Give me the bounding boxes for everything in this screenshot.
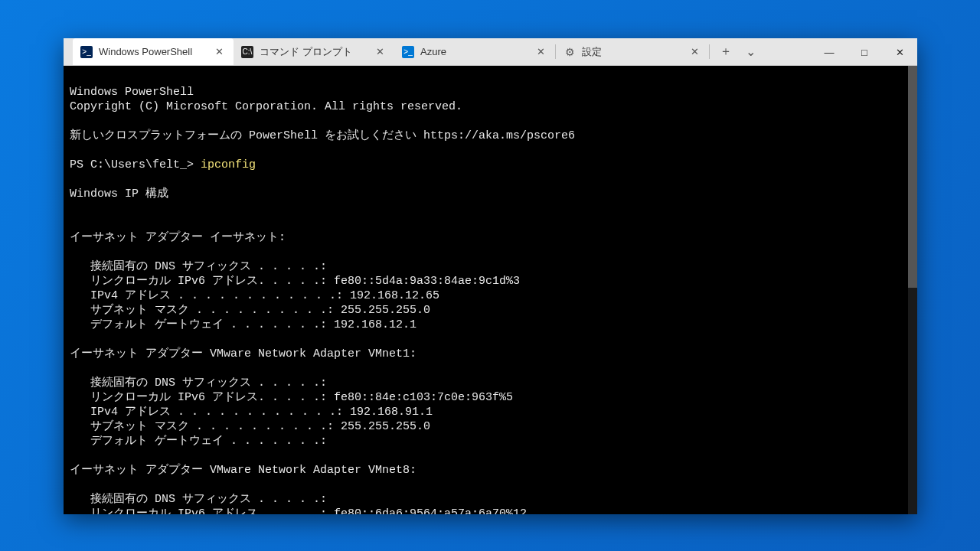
titlebar-drag-region[interactable]: [766, 38, 812, 65]
output-line: イーサネット アダプター VMware Network Adapter VMne…: [70, 347, 416, 360]
gear-icon: ⚙: [564, 46, 576, 58]
cmd-icon: C:\: [241, 46, 253, 58]
tab-actions: ＋ ⌄: [710, 38, 766, 65]
prompt: PS C:\Users\felt_>: [70, 158, 201, 171]
tab-azure[interactable]: >_ Azure ✕: [394, 38, 555, 65]
output-line: Copyright (C) Microsoft Corporation. All…: [70, 100, 462, 113]
tab-label: Windows PowerShell: [99, 46, 206, 57]
maximize-button[interactable]: □: [847, 38, 882, 66]
tab-label: コマンド プロンプト: [260, 45, 367, 59]
tab-powershell[interactable]: >_ Windows PowerShell ✕: [73, 38, 234, 65]
output-line: 接続固有の DNS サフィックス . . . . .:: [70, 377, 327, 390]
output-line: 接続固有の DNS サフィックス . . . . .:: [70, 493, 327, 506]
minimize-button[interactable]: —: [812, 38, 847, 66]
tab-close-button[interactable]: ✕: [212, 45, 226, 59]
tab-label: Azure: [420, 46, 528, 57]
output-line: リンクローカル IPv6 アドレス. . . . .: fe80::6da6:9…: [70, 507, 527, 514]
tab-settings[interactable]: ⚙ 設定 ✕: [556, 38, 709, 65]
output-line: Windows PowerShell: [70, 86, 194, 99]
tab-cmd[interactable]: C:\ コマンド プロンプト ✕: [234, 38, 394, 65]
output-line: デフォルト ゲートウェイ . . . . . . .:: [70, 435, 327, 448]
tab-close-button[interactable]: ✕: [688, 45, 701, 59]
output-line: サブネット マスク . . . . . . . . . .: 255.255.2…: [70, 304, 430, 317]
output-line: Windows IP 構成: [70, 187, 168, 201]
close-button[interactable]: ✕: [882, 38, 917, 66]
tab-strip: >_ Windows PowerShell ✕ C:\ コマンド プロンプト ✕…: [64, 38, 766, 65]
output-line: リンクローカル IPv6 アドレス. . . . .: fe80::5d4a:9…: [70, 275, 520, 288]
new-tab-button[interactable]: ＋: [714, 41, 737, 63]
window-controls: — □ ✕: [812, 38, 917, 65]
output-line: 新しいクロスプラットフォームの PowerShell をお試しください http…: [70, 129, 575, 142]
output-line: イーサネット アダプター VMware Network Adapter VMne…: [70, 464, 416, 477]
powershell-icon: >_: [80, 46, 93, 58]
output-line: IPv4 アドレス . . . . . . . . . . . .: 192.1…: [70, 406, 433, 419]
output-line: デフォルト ゲートウェイ . . . . . . .: 192.168.12.1: [70, 318, 416, 331]
scrollbar-thumb[interactable]: [908, 66, 917, 288]
terminal-window: >_ Windows PowerShell ✕ C:\ コマンド プロンプト ✕…: [64, 38, 917, 514]
output-line: サブネット マスク . . . . . . . . . .: 255.255.2…: [70, 420, 430, 433]
tab-dropdown-button[interactable]: ⌄: [739, 41, 762, 63]
scrollbar[interactable]: [908, 66, 917, 514]
tab-close-button[interactable]: ✕: [373, 45, 387, 59]
tab-close-button[interactable]: ✕: [534, 45, 547, 59]
terminal-output[interactable]: Windows PowerShell Copyright (C) Microso…: [64, 66, 917, 514]
output-line: リンクローカル IPv6 アドレス. . . . .: fe80::84e:c1…: [70, 391, 513, 404]
output-line: 接続固有の DNS サフィックス . . . . .:: [70, 260, 327, 273]
titlebar[interactable]: >_ Windows PowerShell ✕ C:\ コマンド プロンプト ✕…: [64, 38, 917, 66]
output-line: イーサネット アダプター イーサネット:: [70, 231, 286, 244]
command-text: ipconfig: [201, 158, 256, 171]
tab-label: 設定: [582, 45, 681, 59]
azure-icon: >_: [402, 46, 414, 58]
output-line: IPv4 アドレス . . . . . . . . . . . .: 192.1…: [70, 289, 439, 302]
